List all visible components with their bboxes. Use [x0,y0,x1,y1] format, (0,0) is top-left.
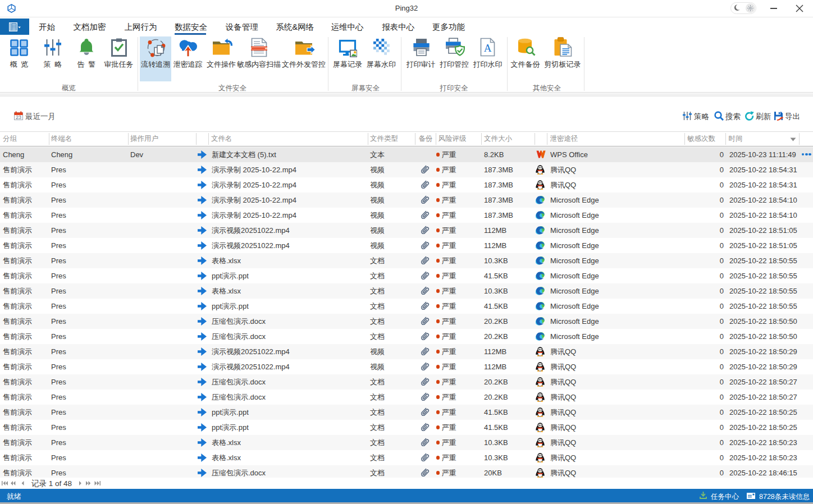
svg-text:23: 23 [16,114,21,120]
svg-text:A: A [484,42,492,54]
